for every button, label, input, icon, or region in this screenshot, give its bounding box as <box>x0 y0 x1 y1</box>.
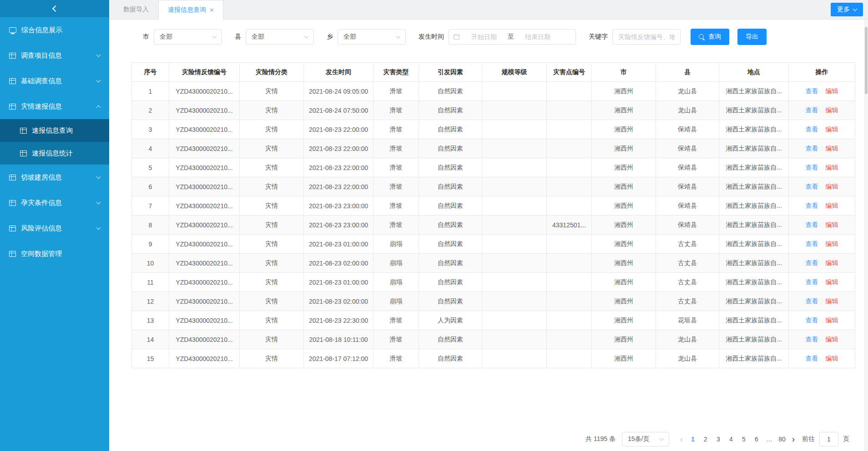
page-number[interactable]: 80 <box>776 432 788 446</box>
city-select[interactable]: 全部 <box>154 29 222 45</box>
edit-link[interactable]: 编辑 <box>826 336 838 343</box>
cell-point_code <box>547 158 592 177</box>
cell-time: 2021-08-23 22:00:00 <box>304 158 373 177</box>
view-link[interactable]: 查看 <box>806 145 818 152</box>
view-link[interactable]: 查看 <box>806 87 818 95</box>
keyword-input[interactable] <box>612 29 681 45</box>
page-number[interactable]: 5 <box>737 432 750 446</box>
view-link[interactable]: 查看 <box>806 297 818 305</box>
cell-city: 湘西州 <box>592 273 656 292</box>
page-number[interactable]: 1 <box>686 432 699 446</box>
view-link[interactable]: 查看 <box>806 259 818 266</box>
cell-category: 灾情 <box>240 120 304 139</box>
page-size-select[interactable]: 15条/页 <box>622 432 669 446</box>
monitor-icon <box>9 27 16 33</box>
search-icon <box>699 34 705 40</box>
start-date-input[interactable] <box>463 33 505 40</box>
view-link[interactable]: 查看 <box>806 183 818 190</box>
goto-page-input[interactable] <box>819 432 838 446</box>
query-button[interactable]: 查询 <box>691 29 729 45</box>
cell-city: 湘西州 <box>592 215 656 235</box>
cell-factor: 自然因素 <box>419 254 482 273</box>
cell-location: 湘西土家族苗族自... <box>719 273 789 292</box>
edit-link[interactable]: 编辑 <box>826 278 838 286</box>
view-link[interactable]: 查看 <box>806 316 818 324</box>
cell-time: 2021-08-23 01:00:00 <box>304 273 373 292</box>
edit-link[interactable]: 编辑 <box>826 259 838 266</box>
sidebar-item-slope-housing-info[interactable]: 切坡建房信息 <box>0 165 109 190</box>
sidebar-collapse-button[interactable] <box>0 0 109 17</box>
page-number[interactable]: 4 <box>725 432 737 446</box>
view-link[interactable]: 查看 <box>806 125 818 133</box>
view-link[interactable]: 查看 <box>806 202 818 209</box>
tab-report-info-query[interactable]: 速报信息查询× <box>158 0 223 20</box>
cell-county: 古丈县 <box>656 273 719 292</box>
scrollbar[interactable] <box>864 20 868 451</box>
view-link[interactable]: 查看 <box>806 106 818 114</box>
more-button[interactable]: 更多 <box>831 3 863 16</box>
sidebar-item-hazard-condition-info[interactable]: 孕灾条件信息 <box>0 190 109 215</box>
cell-factor: 自然因素 <box>419 235 482 254</box>
export-button[interactable]: 导出 <box>737 29 767 45</box>
view-link[interactable]: 查看 <box>806 240 818 247</box>
view-link[interactable]: 查看 <box>806 164 818 171</box>
view-link[interactable]: 查看 <box>806 278 818 286</box>
next-page-button[interactable]: › <box>788 432 798 446</box>
edit-link[interactable]: 编辑 <box>826 202 838 209</box>
sidebar-subitem-report-info-query[interactable]: 速报信息查询 <box>0 119 109 142</box>
page-number[interactable]: 2 <box>699 432 712 446</box>
end-date-input[interactable] <box>517 33 559 40</box>
edit-link[interactable]: 编辑 <box>826 183 838 190</box>
edit-link[interactable]: 编辑 <box>826 221 838 228</box>
sidebar-subitem-label: 速报信息统计 <box>32 149 73 158</box>
cell-city: 湘西州 <box>592 82 656 101</box>
edit-link[interactable]: 编辑 <box>826 145 838 152</box>
cell-location: 湘西土家族苗族自... <box>719 177 789 196</box>
county-select[interactable]: 全部 <box>246 29 314 45</box>
tab-data-import[interactable]: 数据导入 <box>114 0 158 19</box>
cell-code: YZD43000020210... <box>169 82 240 101</box>
view-link[interactable]: 查看 <box>806 336 818 343</box>
cell-city: 湘西州 <box>592 196 656 215</box>
prev-page-button[interactable]: ‹ <box>676 432 686 446</box>
sidebar-item-spatial-data-management[interactable]: 空间数据管理 <box>0 241 109 266</box>
scrollbar-thumb[interactable] <box>865 27 868 94</box>
edit-link[interactable]: 编辑 <box>826 240 838 247</box>
sidebar-item-disaster-report-info[interactable]: 灾情速报信息 <box>0 94 109 119</box>
cell-time: 2021-08-23 22:30:00 <box>304 311 373 330</box>
sidebar-item-risk-assessment-info[interactable]: 风险评估信息 <box>0 215 109 241</box>
edit-link[interactable]: 编辑 <box>826 125 838 133</box>
sidebar-item-survey-project-info[interactable]: 调查项目信息 <box>0 43 109 68</box>
town-select[interactable]: 全部 <box>338 29 406 45</box>
view-link[interactable]: 查看 <box>806 221 818 228</box>
cell-code: YZD43000020210... <box>169 235 240 254</box>
chevron-down-icon <box>96 174 101 179</box>
cell-city: 湘西州 <box>592 158 656 177</box>
cell-time: 2021-08-23 01:00:00 <box>304 235 373 254</box>
cell-type: 崩塌 <box>373 235 419 254</box>
cell-point_code <box>547 254 592 273</box>
page-ellipsis: … <box>763 432 776 446</box>
close-icon[interactable]: × <box>210 6 214 13</box>
cell-no: 13 <box>132 311 169 330</box>
sidebar-subitem-report-info-stats[interactable]: 速报信息统计 <box>0 142 109 165</box>
cell-location: 湘西土家族苗族自... <box>719 330 789 349</box>
sidebar-menu: 综合信息展示调查项目信息基础调查信息灾情速报信息速报信息查询速报信息统计切坡建房… <box>0 17 109 266</box>
sidebar-item-comprehensive-info-display[interactable]: 综合信息展示 <box>0 17 109 43</box>
view-link[interactable]: 查看 <box>806 355 818 362</box>
cell-type: 滑坡 <box>373 196 419 215</box>
date-range-picker[interactable]: 至 <box>449 29 576 45</box>
page-number[interactable]: 3 <box>712 432 725 446</box>
edit-link[interactable]: 编辑 <box>826 297 838 305</box>
edit-link[interactable]: 编辑 <box>826 164 838 171</box>
page-number[interactable]: 6 <box>750 432 763 446</box>
edit-link[interactable]: 编辑 <box>826 316 838 324</box>
cell-factor: 自然因素 <box>419 196 482 215</box>
sidebar-item-basic-survey-info[interactable]: 基础调查信息 <box>0 68 109 94</box>
edit-link[interactable]: 编辑 <box>826 87 838 95</box>
cell-category: 灾情 <box>240 82 304 101</box>
cell-county: 保靖县 <box>656 196 719 215</box>
edit-link[interactable]: 编辑 <box>826 355 838 362</box>
cell-point_code <box>547 330 592 349</box>
edit-link[interactable]: 编辑 <box>826 106 838 114</box>
